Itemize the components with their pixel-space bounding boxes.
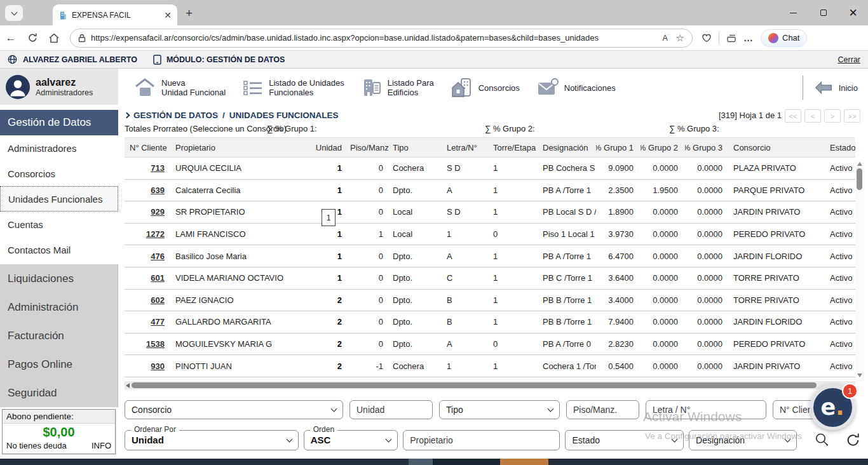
filter-propietario-input[interactable] [403,430,560,450]
browser-tab[interactable]: EXPENSA FACIL ✕ [53,4,177,25]
inicio-back-arrow-icon[interactable] [814,81,833,95]
sidebar-item-facturación[interactable]: Facturación [0,321,118,350]
sidebar-item-liquidaciones[interactable]: Liquidaciones [0,264,118,293]
sidebar-item-administradores[interactable]: Administradores [0,135,118,161]
notification-badge[interactable]: 1 [842,383,858,399]
home-button[interactable] [43,32,65,44]
footer-segment [433,459,500,465]
cell-ncliente[interactable]: 476 [125,245,172,267]
filter-designacion-select[interactable]: Designación [689,430,797,450]
settings-menu-icon[interactable]: … [743,32,754,43]
collections-icon[interactable] [726,33,736,43]
toolbar-consortium-button[interactable]: Consorcios [451,77,520,98]
filter-unidad-input[interactable] [349,400,433,419]
window-close-button[interactable]: ✕ [838,0,868,25]
horizontal-scroll-thumb[interactable] [132,382,817,388]
sidebar-item-administración[interactable]: Administración [0,293,118,321]
window-minimize-button[interactable] [778,0,808,25]
filter-estado-select[interactable]: Estado [565,430,684,450]
filter-letra-input[interactable] [646,400,766,419]
copilot-chat-button[interactable]: Chat [761,29,807,47]
cerrar-link[interactable]: Cerrar [838,55,860,64]
cell-unidad: 1 [315,158,346,179]
reload-button[interactable] [22,32,43,43]
refresh-button[interactable] [844,431,862,448]
divider [719,32,719,44]
toolbar-building-list-button[interactable]: Listado ParaEdificios [361,77,434,98]
read-aloud-icon[interactable]: Aˋ [663,33,670,43]
breadcrumb: GESTIÓN DE DATOS / UNIDADES FUNCIONALES [125,111,339,120]
sidebar-item-unidades-funcionales[interactable]: Unidades Funcionales [0,186,118,212]
favorite-star-icon[interactable]: ☆ [676,32,684,44]
col-unidad: Unidad [315,138,346,157]
table-row[interactable]: 477GALLARDO MARGARITA20Dpto.B1PB B /Torr… [125,311,855,334]
filter-piso-input[interactable] [566,400,639,419]
address-bar[interactable]: https://expensafacil.ar/consorcio/cs/adm… [70,29,693,48]
cell-ncliente[interactable]: 1272 [125,224,172,245]
cell-consorcio: JARDIN PRIVATO [729,201,826,223]
sidebar-item-seguridad[interactable]: Seguridad [0,379,118,407]
table-row[interactable]: 929SR PROPIETARIO10LocalS D1PB Local S D… [125,201,855,224]
scroll-left-icon[interactable] [126,383,130,388]
billing-info-link[interactable]: INFO [92,441,111,450]
tab-search-button[interactable] [5,5,23,21]
scroll-down-icon[interactable] [857,374,862,377]
chevron-down-icon [286,436,292,442]
sidebar-item-consorcios[interactable]: Consorcios [0,161,118,186]
cell-ncliente[interactable]: 930 [125,355,172,377]
search-icon [813,431,831,448]
cell-ncliente[interactable]: 929 [125,201,172,223]
breadcrumb-section[interactable]: GESTIÓN DE DATOS [133,111,218,120]
inicio-button[interactable]: Inicio [839,83,858,93]
table-body: 713URQUIA CECILIA10CocheraS D1PB Cochera… [125,158,868,377]
table-row[interactable]: 602PAEZ IGNACIO20Dpto.B1PB B /Torre 13.4… [125,290,855,312]
table-row[interactable]: 1538MOGUILEVSKY MARIA G20Dpto.A0PB A /To… [125,334,855,356]
browser-essentials-icon[interactable] [702,33,712,43]
sidebar-item-contactos-mail[interactable]: Contactos Mail [0,237,118,262]
table-row[interactable]: 601VIDELA MARIANO OCTAVIO10Dpto.C1PB C /… [125,267,855,290]
cell-consorcio: TORRE PRIVATO [729,267,826,289]
cell-tipo: Local [389,224,443,245]
orden-select[interactable]: Orden ASC [304,430,398,450]
horizontal-scrollbar[interactable] [125,381,855,389]
cell-consorcio: PLAZA PRIVATO [729,158,826,179]
filter-consorcio-select[interactable]: Consorcio [125,400,343,419]
cell-ncliente[interactable]: 601 [125,267,172,289]
table-row[interactable]: 930PINOTTI JUAN2-1Cochera11Cochera 1 /To… [125,355,855,377]
cell-estado: Activo [826,245,855,267]
building-list-icon [361,77,383,98]
pagination-last-button[interactable]: >> [844,109,860,123]
cell-ncliente[interactable]: 639 [125,180,172,201]
sidebar-section-gestion-de-datos[interactable]: Gestión de Datos [0,110,118,135]
cell-letra: A [443,334,489,355]
expensafacil-floating-button[interactable]: e. 1 [810,384,855,430]
window-maximize-button[interactable] [808,0,838,25]
cell-estado: Activo [826,180,855,201]
cell-ncliente[interactable]: 602 [125,290,172,311]
tab-close-icon[interactable]: ✕ [164,11,172,20]
toolbar-new-unit-button[interactable]: NuevaUnidad Funcional [133,78,226,98]
table-row[interactable]: 476Basilico Jose Maria10Dpto.A1PB A /Tor… [125,245,855,267]
new-tab-button[interactable]: + [186,6,193,20]
pagination-next-button[interactable]: > [824,109,841,123]
sidebar-item-pagos-online[interactable]: Pagos Online [0,350,118,379]
pagination-prev-button[interactable]: < [804,109,821,123]
filter-tipo-select[interactable]: Tipo [439,400,560,419]
vertical-scrollbar[interactable] [855,159,864,382]
vertical-scroll-thumb[interactable] [857,168,862,190]
pagination: [319] Hoja 1 de 1 << < > >> [719,107,868,123]
toolbar-unit-list-button[interactable]: Listado de UnidadesFuncionales [242,78,344,97]
cell-ncliente[interactable]: 1538 [125,334,172,355]
cell-ncliente[interactable]: 477 [125,311,172,333]
back-button[interactable]: ← [0,32,22,44]
table-row[interactable]: 713URQUIA CECILIA10CocheraS D1PB Cochera… [125,158,855,180]
search-button[interactable] [813,431,831,448]
scroll-up-icon[interactable] [857,162,862,166]
toolbar-notifications-button[interactable]: Notificaciones [536,78,616,98]
sidebar-item-cuentas[interactable]: Cuentas [0,212,118,237]
table-row[interactable]: 639Calcaterra Cecilia10Dpto.A1PB A /Torr… [125,180,855,202]
cell-ncliente[interactable]: 713 [125,158,172,179]
table-row[interactable]: 1272LAMI FRANCISCO11Local10Piso 1 Local … [125,224,855,246]
ordenar-por-select[interactable]: Ordenar Por Unidad [125,430,299,450]
pagination-first-button[interactable]: << [785,109,801,123]
